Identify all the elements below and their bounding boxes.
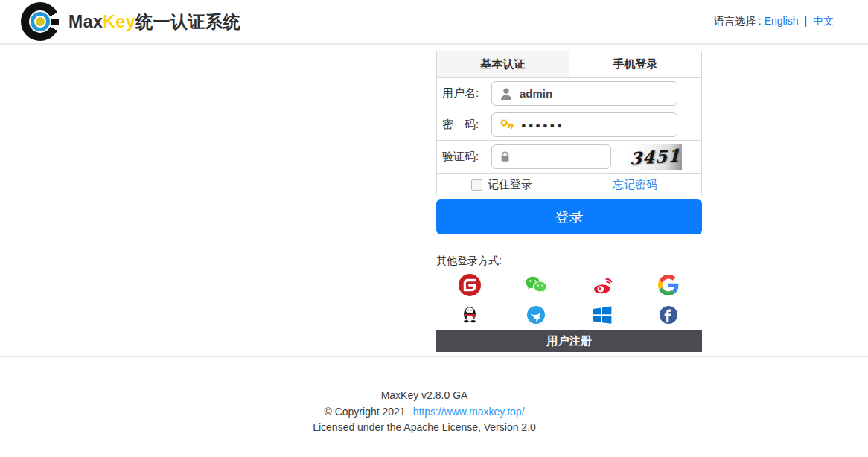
wechat-icon [524, 273, 548, 297]
language-separator: | [804, 15, 807, 27]
brand: MaxKey统一认证系统 [21, 2, 240, 41]
login-form: 基本认证 手机登录 用户名: 密 码: [436, 51, 702, 173]
register-button[interactable]: 用户注册 [436, 330, 702, 352]
username-label: 用户名: [442, 86, 491, 100]
footer-copyright: © Copyright 2021 [324, 406, 405, 418]
login-with-facebook[interactable] [636, 300, 702, 330]
login-with-qq[interactable] [436, 300, 502, 330]
login-button[interactable]: 登录 [436, 199, 702, 234]
user-icon [499, 86, 514, 101]
login-with-weibo[interactable] [569, 270, 636, 300]
other-login-methods-label: 其他登录方式: [436, 255, 702, 268]
maxkey-logo-icon [21, 2, 60, 41]
captcha-image[interactable]: 3451 [629, 144, 682, 170]
remember-row: 记住登录 忘记密码 [436, 173, 702, 196]
dingtalk-icon [525, 304, 547, 326]
footer-divider [0, 356, 868, 357]
weibo-icon [590, 273, 614, 297]
qq-icon [459, 304, 481, 326]
forgot-password-link[interactable]: 忘记密码 [613, 178, 657, 192]
footer-copyright-line: © Copyright 2021https://www.maxkey.top/ [0, 404, 849, 421]
captcha-text: 3451 [630, 145, 681, 169]
logo-crossbar [51, 19, 59, 25]
login-tabs: 基本认证 手机登录 [437, 51, 701, 78]
footer-version: MaxKey v2.8.0 GA [0, 388, 849, 404]
login-with-dingtalk[interactable] [502, 300, 569, 330]
tab-basic-auth[interactable]: 基本认证 [437, 51, 569, 77]
login-with-wechat[interactable] [502, 270, 569, 300]
title-suffix: 统一认证系统 [135, 12, 240, 31]
gitee-icon [459, 274, 481, 296]
password-label: 密 码: [442, 118, 491, 132]
tab-mobile-login[interactable]: 手机登录 [569, 51, 701, 77]
login-with-gitee[interactable] [436, 270, 502, 300]
logo-yellow-center [34, 16, 46, 28]
language-label: 语言选择 : [714, 15, 762, 27]
facebook-icon [657, 304, 680, 326]
remember-checkbox[interactable] [471, 179, 482, 191]
language-chinese-link[interactable]: 中文 [813, 15, 834, 27]
login-with-microsoft[interactable] [569, 300, 636, 330]
footer-website-link[interactable]: https://www.maxkey.top/ [413, 406, 525, 418]
captcha-input[interactable] [517, 150, 604, 163]
key-icon [499, 117, 515, 133]
footer: MaxKey v2.8.0 GA © Copyright 2021https:/… [0, 388, 849, 436]
header: MaxKey统一认证系统 语言选择 : English | 中文 [0, 0, 868, 45]
social-login-grid [436, 270, 702, 330]
page-title: MaxKey统一认证系统 [68, 10, 240, 33]
google-icon [658, 275, 679, 295]
footer-license: Licensed under the Apache License, Versi… [0, 420, 849, 436]
password-input[interactable] [521, 121, 670, 130]
remember-label: 记住登录 [488, 178, 532, 192]
title-key: Key [103, 12, 135, 31]
language-selector: 语言选择 : English | 中文 [714, 15, 834, 28]
lock-icon [499, 150, 511, 164]
language-english-link[interactable]: English [765, 15, 799, 27]
password-input-box [491, 112, 677, 137]
captcha-row: 验证码: 3451 [437, 141, 701, 173]
login-with-google[interactable] [636, 270, 702, 300]
login-panel: 基本认证 手机登录 用户名: 密 码: [436, 51, 702, 352]
captcha-input-box [491, 144, 611, 169]
username-input[interactable] [520, 87, 670, 100]
title-max: Max [68, 12, 103, 31]
microsoft-windows-icon [592, 304, 613, 325]
username-input-box [491, 81, 677, 106]
captcha-label: 验证码: [442, 150, 491, 164]
password-row: 密 码: [437, 109, 701, 141]
username-row: 用户名: [437, 78, 701, 109]
